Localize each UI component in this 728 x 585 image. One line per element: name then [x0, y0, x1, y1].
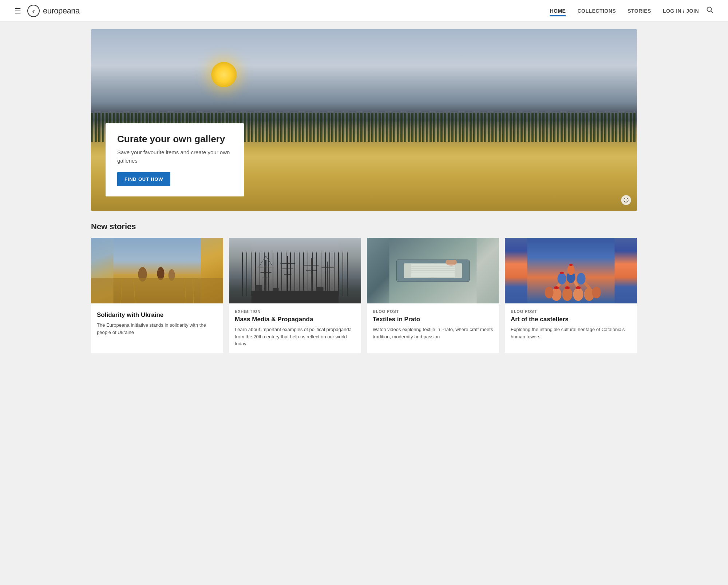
story-image-textiles	[367, 238, 499, 303]
story-title-propaganda: Mass Media & Propaganda	[235, 316, 355, 323]
svg-point-64	[565, 286, 570, 289]
story-image-propaganda	[229, 238, 361, 303]
hero-sun-decoration	[211, 62, 237, 87]
hero-info-button[interactable]: i	[621, 195, 631, 205]
story-desc-propaganda: Learn about important examples of politi…	[235, 326, 355, 347]
nav-collections[interactable]: COLLECTIONS	[577, 8, 616, 15]
svg-line-12	[128, 280, 130, 303]
svg-line-22	[266, 256, 273, 267]
nav-login[interactable]: LOG IN / JOIN	[663, 8, 699, 15]
svg-point-61	[577, 273, 586, 284]
story-desc-castellers: Exploring the intangible cultural herita…	[511, 326, 631, 340]
svg-point-67	[569, 264, 573, 266]
logo-text: europeana	[43, 6, 80, 16]
hero-card-description: Save your favourite items and create you…	[117, 148, 232, 165]
stories-grid: Solidarity with Ukraine The Europeana In…	[91, 238, 637, 353]
svg-point-8	[138, 267, 147, 282]
story-body-castellers: BLOG POST Art of the castellers Explorin…	[505, 303, 637, 346]
story-body-ukraine: Solidarity with Ukraine The Europeana In…	[91, 303, 223, 342]
story-title-castellers: Art of the castellers	[511, 316, 631, 323]
svg-rect-42	[446, 260, 457, 264]
europeana-logo-icon: e	[27, 4, 40, 17]
svg-line-13	[134, 279, 135, 303]
story-image-castellers	[505, 238, 637, 303]
story-card-textiles[interactable]: BLOG POST Textiles in Prato Watch videos…	[367, 238, 499, 353]
svg-point-50	[562, 288, 573, 301]
svg-point-9	[157, 267, 165, 280]
svg-rect-35	[317, 287, 324, 291]
svg-rect-32	[252, 291, 339, 303]
story-body-textiles: BLOG POST Textiles in Prato Watch videos…	[367, 303, 499, 346]
svg-rect-16	[252, 238, 339, 303]
logo-link[interactable]: e europeana	[27, 4, 80, 17]
svg-point-65	[576, 286, 581, 289]
story-title-textiles: Textiles in Prato	[373, 316, 493, 323]
svg-rect-7	[114, 274, 201, 303]
nav-stories[interactable]: STORIES	[628, 8, 651, 15]
story-desc-textiles: Watch videos exploring textile in Prato,…	[373, 326, 493, 340]
find-out-how-button[interactable]: FIND OUT HOW	[117, 172, 170, 186]
story-title-ukraine: Solidarity with Ukraine	[97, 311, 217, 319]
svg-line-14	[185, 277, 186, 303]
svg-point-53	[545, 287, 554, 298]
svg-point-63	[554, 286, 559, 289]
hamburger-icon[interactable]: ☰	[15, 7, 21, 15]
svg-rect-34	[273, 288, 279, 291]
story-card-ukraine[interactable]: Solidarity with Ukraine The Europeana In…	[91, 238, 223, 353]
story-tag-propaganda: EXHIBITION	[235, 309, 355, 314]
svg-point-51	[573, 288, 583, 301]
nav-links: HOME COLLECTIONS STORIES LOG IN / JOIN	[550, 8, 699, 14]
svg-line-15	[193, 279, 194, 303]
svg-line-11	[121, 278, 123, 303]
svg-rect-33	[255, 285, 262, 291]
story-tag-castellers: BLOG POST	[511, 309, 631, 314]
search-icon[interactable]	[706, 6, 713, 15]
nav-home[interactable]: HOME	[550, 8, 566, 16]
hero-card-title: Curate your own gallery	[117, 134, 232, 145]
svg-line-3	[711, 11, 713, 13]
story-image-ukraine	[91, 238, 223, 303]
svg-point-62	[567, 265, 575, 275]
hero-section: Curate your own gallery Save your favour…	[91, 29, 637, 211]
svg-point-54	[592, 287, 601, 298]
story-desc-ukraine: The Europeana Initiative stands in solid…	[97, 322, 217, 336]
hero-card: Curate your own gallery Save your favour…	[106, 123, 244, 196]
stories-section: New stories	[91, 222, 637, 353]
story-card-castellers[interactable]: BLOG POST Art of the castellers Explorin…	[505, 238, 637, 353]
svg-text:i: i	[626, 199, 627, 202]
svg-point-59	[558, 273, 566, 284]
story-tag-textiles: BLOG POST	[373, 309, 493, 314]
svg-point-66	[560, 272, 564, 274]
story-card-propaganda[interactable]: EXHIBITION Mass Media & Propaganda Learn…	[229, 238, 361, 353]
navigation: ☰ e europeana HOME COLLECTIONS STORIES L…	[0, 0, 728, 22]
svg-line-21	[259, 256, 266, 267]
svg-text:e: e	[32, 8, 35, 14]
svg-rect-6	[114, 238, 201, 303]
svg-point-10	[169, 269, 175, 281]
stories-title: New stories	[91, 222, 637, 231]
story-body-propaganda: EXHIBITION Mass Media & Propaganda Learn…	[229, 303, 361, 353]
